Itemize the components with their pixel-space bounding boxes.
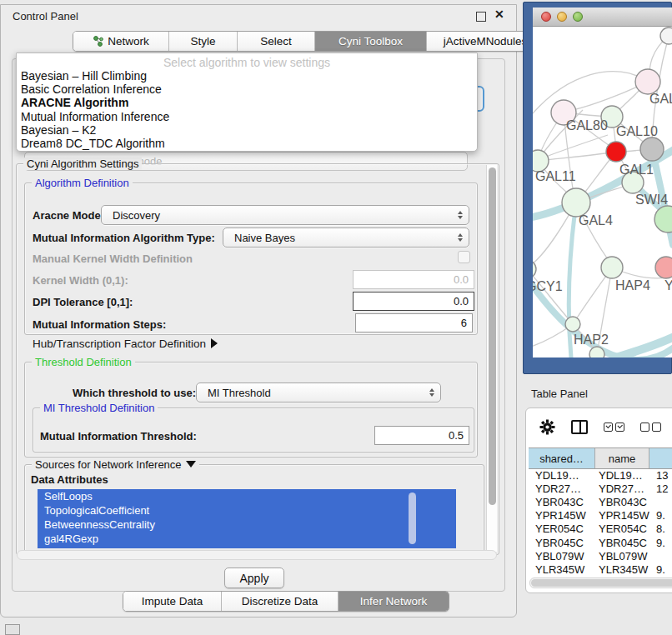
table-row[interactable]: YBR043CYBR043C [529, 495, 672, 508]
tab-cyni-toolbox[interactable]: Cyni Toolbox [315, 32, 427, 51]
cyni-algorithm-settings-title: Cyni Algorithm Settings [23, 158, 142, 170]
network-node[interactable] [655, 257, 672, 278]
hub-definition-toggle[interactable]: Hub/Transcription Factor Definition [33, 338, 218, 350]
attribute-item[interactable]: BetweennessCentrality [38, 518, 456, 532]
network-node[interactable] [654, 206, 672, 232]
attribute-item[interactable]: SelfLoops [38, 489, 456, 503]
table-body[interactable]: YDL19…YDL19…13 YDR27…YDR27…12 YBR043CYBR… [529, 468, 672, 578]
tab-impute-data[interactable]: Impute Data [123, 592, 222, 611]
kernel-width-label: Kernel Width (0,1): [33, 274, 128, 287]
tab-discretize-data[interactable]: Discretize Data [222, 592, 339, 611]
algorithm-option[interactable]: Bayesian – K2 [17, 123, 477, 137]
node-label: HAP4 [615, 278, 650, 292]
table-horizontal-scroll-thumb[interactable] [531, 579, 672, 587]
float-window-icon[interactable] [476, 12, 486, 22]
window-title: Control Panel [13, 10, 78, 22]
table-toolbar [526, 408, 672, 445]
close-traffic-light-icon[interactable] [541, 12, 551, 22]
settings-vertical-scrollbar[interactable] [486, 165, 497, 552]
network-node-gal1[interactable] [606, 142, 626, 162]
network-node-gal4[interactable] [562, 188, 590, 217]
columns-icon[interactable] [571, 420, 588, 434]
network-node[interactable] [589, 347, 604, 358]
manual-kernel-label: Manual Kernel Width Definition [33, 252, 193, 265]
settings-vertical-scroll-thumb[interactable] [489, 168, 496, 505]
network-node[interactable] [660, 28, 672, 44]
deselect-all-checks-icon[interactable] [640, 422, 661, 432]
close-icon[interactable]: ✕ [494, 8, 504, 21]
column-header-partial[interactable] [649, 448, 672, 468]
network-canvas[interactable]: GAL GAL80 GAL10 GAL1 GAL11 SWI4 GAL4 GCY… [533, 27, 672, 358]
tab-discretize-data-label: Discretize Data [242, 595, 318, 608]
combo-arrows-icon [454, 211, 466, 219]
network-view-window: GAL GAL80 GAL10 GAL1 GAL11 SWI4 GAL4 GCY… [523, 2, 672, 374]
tab-select-label: Select [260, 35, 292, 48]
algorithm-option[interactable]: Mutual Information Inference [17, 110, 477, 123]
hub-definition-label: Hub/Transcription Factor Definition [33, 338, 206, 350]
which-threshold-combo[interactable]: MI Threshold [196, 382, 441, 402]
network-node-hap2[interactable] [565, 317, 580, 332]
algorithm-option[interactable]: Bayesian – Hill Climbing [17, 69, 477, 82]
table-row[interactable]: YPR145WYPR145W9. [529, 509, 672, 522]
algorithm-option[interactable]: Basic Correlation Inference [17, 82, 477, 96]
which-threshold-label: Which threshold to use: [73, 387, 196, 399]
table-row[interactable]: YER054CYER054C8. [529, 522, 672, 536]
sources-group-title[interactable]: Sources for Network Inference [32, 458, 199, 471]
table-row[interactable]: YDR27…YDR27…12 [529, 482, 672, 495]
table-row[interactable]: YDL19…YDL19…13 [529, 468, 672, 482]
attribute-item[interactable]: gal4RGexp [38, 532, 456, 546]
settings-horizontal-scrollbar[interactable] [17, 550, 497, 560]
tab-style[interactable]: Style [169, 32, 238, 51]
tab-network[interactable]: Network [73, 32, 169, 51]
algorithm-select-hint: Select algorithm to view settings [17, 53, 477, 69]
tab-select[interactable]: Select [238, 32, 315, 51]
tab-cyni-toolbox-label: Cyni Toolbox [339, 35, 403, 48]
network-node[interactable] [635, 69, 660, 94]
combo-arrows-icon [426, 388, 438, 397]
expand-right-icon [211, 338, 218, 348]
table-row[interactable]: YBL079WYBL079W [529, 549, 672, 562]
gear-icon[interactable] [539, 419, 555, 435]
network-icon [93, 36, 103, 47]
table-horizontal-scrollbar[interactable] [529, 578, 672, 588]
aracne-mode-combo[interactable]: Discovery [101, 205, 469, 225]
network-graph: GAL GAL80 GAL10 GAL1 GAL11 SWI4 GAL4 GCY… [533, 27, 672, 358]
kernel-width-field[interactable]: 0.0 [353, 270, 474, 289]
manual-kernel-checkbox[interactable] [458, 251, 470, 263]
node-label: GCY1 [533, 279, 563, 293]
node-label: SWI4 [635, 192, 668, 207]
attribute-item[interactable]: TopologicalCoefficient [38, 503, 456, 518]
combo-arrows-icon [454, 233, 466, 242]
column-header-name[interactable]: name [595, 448, 649, 468]
column-header-shared[interactable]: shared… [529, 448, 595, 468]
threshold-definition-title: Threshold Definition [32, 356, 135, 368]
tab-infer-network[interactable]: Infer Network [339, 592, 449, 611]
network-window-titlebar[interactable] [533, 8, 672, 27]
minimize-traffic-light-icon[interactable] [557, 12, 567, 22]
mi-type-combo[interactable]: Naive Bayes [223, 228, 469, 248]
node-label: GAL11 [535, 169, 576, 183]
attribute-list-scrollbar[interactable] [409, 492, 416, 544]
data-attributes-list[interactable]: SelfLoops TopologicalCoefficient Between… [38, 489, 456, 548]
algorithm-select-popup: Select algorithm to view settings Bayesi… [16, 52, 478, 152]
table-panel: shared… name YDL19…YDL19…13 YDR27…YDR27…… [525, 408, 672, 593]
dpi-tolerance-field[interactable]: 0.0 [353, 292, 474, 311]
algorithm-option-selected[interactable]: ARACNE Algorithm [17, 96, 477, 109]
table-row[interactable]: YBR045CYBR045C9. [529, 536, 672, 549]
network-node-gray[interactable] [640, 138, 664, 161]
cyni-bottom-tabbar: Impute Data Discretize Data Infer Networ… [123, 591, 449, 612]
node-label: GAL80 [566, 118, 608, 132]
mi-steps-field[interactable]: 6 [355, 313, 473, 332]
mi-type-value: Naive Bayes [223, 232, 454, 244]
table-row[interactable]: YLR345WYLR345W9. [529, 562, 672, 576]
algorithm-definition-title: Algorithm Definition [32, 177, 133, 189]
mi-threshold-field[interactable]: 0.5 [374, 426, 469, 445]
minimized-panel-chip[interactable] [5, 624, 20, 635]
select-all-checks-icon[interactable] [604, 422, 624, 432]
apply-button[interactable]: Apply [224, 568, 284, 588]
algorithm-option[interactable]: Dream8 DC_TDC Algorithm [17, 137, 477, 150]
tab-impute-data-label: Impute Data [142, 595, 203, 608]
node-label: Y [664, 278, 672, 292]
zoom-traffic-light-icon[interactable] [573, 12, 583, 22]
network-node-hap4[interactable] [601, 257, 623, 278]
